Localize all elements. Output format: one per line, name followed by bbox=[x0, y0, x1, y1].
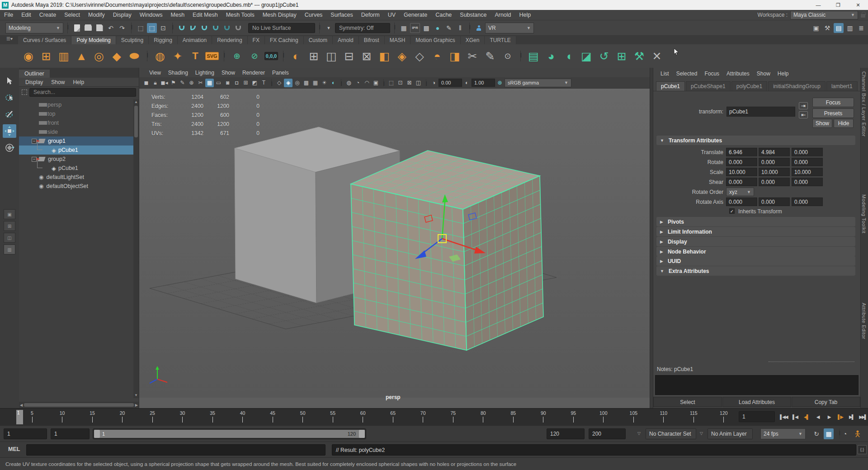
shelf-tab-motion-graphics[interactable]: Motion Graphics bbox=[410, 36, 460, 44]
live-surface-field[interactable]: No Live Surface bbox=[248, 23, 315, 33]
rotate-axis-z-field[interactable]: 0.000 bbox=[792, 197, 823, 206]
close-button[interactable]: ✕ bbox=[848, 0, 868, 10]
select-component-mode-icon[interactable]: ⊡ bbox=[158, 23, 168, 33]
ae-tab-pcube1[interactable]: pCube1 bbox=[656, 81, 685, 91]
safe-action-icon[interactable]: ◩ bbox=[250, 79, 259, 87]
shear-z-field[interactable]: 0.000 bbox=[792, 178, 823, 186]
sculpt-tool-icon[interactable]: ◓ bbox=[429, 48, 445, 64]
shelf-tab-turtle[interactable]: TURTLE bbox=[485, 36, 516, 44]
toggle-attribute-editor-icon[interactable]: ▤ bbox=[834, 23, 844, 33]
field-chart-icon[interactable]: ⊞ bbox=[241, 79, 250, 87]
outliner-item-group1-pcube1[interactable]: ◈pCube1 bbox=[19, 146, 139, 155]
view-transform-dropdown[interactable]: sRGB gamma ▼ bbox=[505, 79, 571, 87]
undo-icon[interactable]: ↶ bbox=[106, 23, 116, 33]
menu-cache[interactable]: Cache bbox=[431, 10, 456, 20]
outliner-horizontal-scrollbar[interactable]: ◀▶ bbox=[19, 402, 139, 408]
hide-button[interactable]: Hide bbox=[834, 119, 854, 128]
open-scene-icon[interactable] bbox=[83, 23, 93, 33]
menu-mesh[interactable]: Mesh bbox=[167, 10, 189, 20]
range-slider[interactable]: 1 120 bbox=[93, 428, 366, 439]
outliner-item-front[interactable]: front bbox=[19, 118, 139, 127]
maximize-button[interactable]: ❐ bbox=[828, 0, 848, 10]
boolean-difference-icon[interactable]: ⊠ bbox=[359, 48, 374, 64]
boolean-union-icon[interactable]: ⊟ bbox=[341, 48, 357, 64]
translate-y-field[interactable]: 4.984 bbox=[759, 148, 790, 156]
xray-icon[interactable]: ⊡ bbox=[396, 79, 405, 87]
poly-torus-icon[interactable]: ◎ bbox=[91, 48, 107, 64]
shear-x-field[interactable]: 0.000 bbox=[726, 178, 757, 186]
snap-to-point-icon[interactable] bbox=[199, 23, 209, 33]
panel-divider[interactable] bbox=[650, 68, 653, 408]
outliner-item-defaultlightset[interactable]: ◉defaultLightSet bbox=[19, 173, 139, 182]
bounding-box-mode-icon[interactable]: ◎ bbox=[293, 79, 302, 87]
outliner-title[interactable]: Outliner bbox=[19, 70, 50, 78]
camera-attributes-icon[interactable]: ◼◂ bbox=[160, 79, 169, 87]
select-tool-icon[interactable] bbox=[3, 74, 16, 88]
pause-viewport-icon[interactable]: ‖ bbox=[455, 23, 465, 33]
scale-y-field[interactable]: 10.000 bbox=[759, 168, 790, 176]
timeline-track[interactable]: 1 5 10 15 20 25 30 35 40 45 50 55 60 65 … bbox=[15, 410, 733, 424]
shelf-tab-fx-caching[interactable]: FX Caching bbox=[265, 36, 304, 44]
toggle-character-controls-icon[interactable]: ⚒ bbox=[822, 23, 832, 33]
group-separator[interactable] bbox=[131, 23, 132, 33]
uv-contour-stretch-icon[interactable]: ↺ bbox=[596, 48, 612, 64]
shelf-tab-custom[interactable]: Custom bbox=[304, 36, 333, 44]
save-scene-icon[interactable] bbox=[94, 23, 104, 33]
menu-create[interactable]: Create bbox=[35, 10, 61, 20]
smooth-shade-mode-icon[interactable]: ◈ bbox=[284, 79, 292, 87]
ae-tab-initialshadinggroup[interactable]: initialShadingGroup bbox=[768, 81, 826, 91]
shelf-tab-sculpting[interactable]: Sculpting bbox=[116, 36, 149, 44]
ae-menu-attributes[interactable]: Attributes bbox=[723, 70, 753, 77]
menu-file[interactable]: File bbox=[0, 10, 17, 20]
outliner-item-group2-pcube1[interactable]: ◈pCube1 bbox=[19, 164, 139, 173]
reduce-icon[interactable]: ◇ bbox=[412, 48, 427, 64]
menu-deform[interactable]: Deform bbox=[357, 10, 384, 20]
scrollbar-thumb[interactable] bbox=[24, 403, 134, 407]
current-frame-marker[interactable]: 1 bbox=[16, 410, 23, 424]
scene-3d[interactable] bbox=[139, 68, 650, 408]
wireframe-mode-icon[interactable]: ◇ bbox=[275, 79, 283, 87]
scrollbar-thumb[interactable] bbox=[134, 106, 138, 137]
spherical-projection-icon[interactable]: ◐ bbox=[288, 48, 304, 64]
cut-uv-icon[interactable]: ✕ bbox=[649, 48, 665, 64]
ae-tab-lambert1[interactable]: lambert1 bbox=[826, 81, 858, 91]
menu-windows[interactable]: Windows bbox=[136, 10, 167, 20]
auto-keyframe-icon[interactable] bbox=[853, 428, 863, 439]
type-tool-icon[interactable]: T bbox=[188, 48, 203, 64]
shelf-tab-animation[interactable]: Animation bbox=[178, 36, 212, 44]
current-frame-field[interactable]: 1 bbox=[739, 411, 775, 422]
mel-result-field[interactable]: // Result: polyCube2 bbox=[332, 444, 856, 456]
rotate-order-dropdown[interactable]: xyz ▼ bbox=[726, 188, 754, 196]
collapse-icon[interactable]: − bbox=[32, 139, 37, 144]
oversampling-icon[interactable]: ✂ bbox=[196, 79, 205, 87]
step-back-frame-button[interactable]: ▌◀ bbox=[790, 411, 800, 422]
section-extra-attributes[interactable]: ▼Extra Attributes bbox=[656, 266, 855, 276]
toggle-tool-settings-icon[interactable]: ▥ bbox=[845, 23, 855, 33]
select-button[interactable]: Select bbox=[653, 397, 722, 407]
fps-dropdown[interactable]: 24 fps ▼ bbox=[760, 428, 806, 439]
select-object-mode-icon[interactable]: ⬚ bbox=[147, 23, 157, 33]
snap-to-curve-icon[interactable] bbox=[188, 23, 198, 33]
depth-of-field-icon[interactable]: ▣ bbox=[372, 79, 380, 87]
tab-channel-box-layer-editor[interactable]: Channel Box / Layer Editor bbox=[861, 71, 867, 136]
sweep-mesh-icon[interactable]: ✦ bbox=[170, 48, 185, 64]
quad-draw-icon[interactable]: ✎ bbox=[482, 48, 498, 64]
redo-icon[interactable]: ↷ bbox=[117, 23, 127, 33]
range-start-handle[interactable] bbox=[94, 430, 100, 438]
go-to-start-button[interactable]: ▌◀◀ bbox=[778, 411, 789, 422]
outliner-item-defaultobjectset[interactable]: ◉defaultObjectSet bbox=[19, 182, 139, 191]
construction-plane-icon[interactable]: ⊕ bbox=[229, 48, 245, 64]
step-forward-key-button[interactable]: ▌▶ bbox=[835, 411, 845, 422]
menu-substance[interactable]: Substance bbox=[456, 10, 491, 20]
shelf-tab-bifrost[interactable]: Bifrost bbox=[359, 36, 385, 44]
textured-mode-icon[interactable]: ▩ bbox=[302, 79, 311, 87]
poly-disc-icon[interactable]: ⬬ bbox=[127, 48, 142, 64]
playback-end-field[interactable]: 120 bbox=[547, 428, 585, 439]
isolate-select-icon[interactable]: ⬚ bbox=[387, 79, 396, 87]
character-set-field[interactable]: No Character Set bbox=[646, 428, 696, 439]
select-camera-icon[interactable]: ◼ bbox=[142, 79, 151, 87]
super-shape-icon[interactable]: ◍ bbox=[152, 48, 168, 64]
color-management-icon[interactable]: ⊛ bbox=[495, 79, 504, 87]
menu-help[interactable]: Help bbox=[515, 10, 535, 20]
ae-tab-pcubeshape1[interactable]: pCubeShape1 bbox=[686, 81, 731, 91]
